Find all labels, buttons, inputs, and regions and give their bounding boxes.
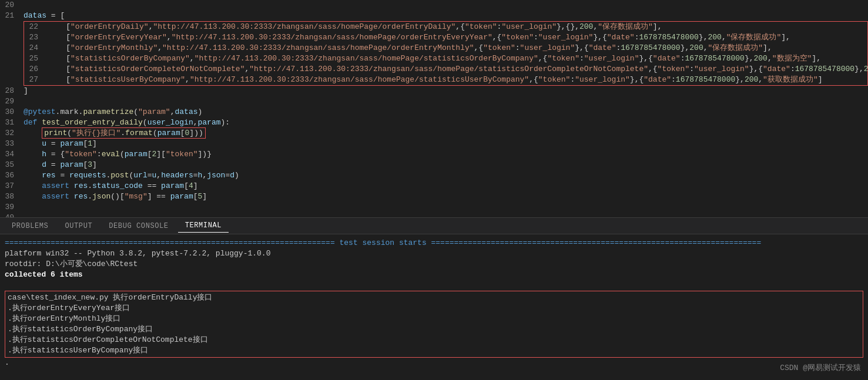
code-line-36: 36 res = requests.post(url=u,headers=h,j… (0, 170, 868, 181)
terminal-final-dot: . (5, 358, 863, 368)
code-line-34: 34 h = {"token":eval(param[2]["token"])} (0, 149, 868, 160)
code-line-20: 20 (0, 0, 868, 11)
code-editor: 20 21 datas = [ 22 ["orderEntryDaily","h… (0, 0, 868, 217)
terminal-output-block: case\test_index_new.py 执行orderEntryDaily… (5, 291, 863, 358)
csdn-watermark: CSDN @网易测试开发猿 (780, 362, 861, 373)
code-line-32: 32 print("执行{}接口".format(param[0])) (0, 128, 868, 139)
code-line-30: 30 @pytest.mark.parametrize("param",data… (0, 107, 868, 117)
tab-output[interactable]: OUTPUT (58, 220, 99, 233)
terminal-collected: collected 6 items (5, 270, 863, 280)
terminal-output-line-1: case\test_index_new.py 执行orderEntryDaily… (8, 292, 860, 303)
code-line-37: 37 assert res.status_code == param[4] (0, 181, 868, 191)
code-line-33: 33 u = param[1] (0, 139, 868, 149)
terminal-line-2: rootdir: D:\小可爱\code\RCtest (5, 259, 863, 270)
code-line-23: 23 ["orderEntryEveryYear","http://47.113… (24, 32, 867, 43)
panel-tabs: PROBLEMS OUTPUT DEBUG CONSOLE TERMINAL (0, 218, 868, 234)
terminal-blank (5, 280, 863, 291)
code-line-21: 21 datas = [ (0, 11, 868, 21)
code-line-26: 26 ["statisticsOrderCompleteOrNotComplet… (24, 64, 867, 75)
terminal-output-line-2: .执行orderEntryEveryYear接口 (8, 303, 860, 314)
terminal-area[interactable]: ========================================… (0, 234, 868, 380)
bottom-panel: PROBLEMS OUTPUT DEBUG CONSOLE TERMINAL =… (0, 217, 868, 380)
code-line-25: 25 ["statisticsOrderByCompany","http://4… (24, 53, 867, 64)
code-line-27: 27 ["statisticsUserByCompany","http://47… (24, 75, 867, 85)
tab-terminal[interactable]: TERMINAL (178, 219, 229, 233)
terminal-output-line-5: .执行statisticsOrderCompleteOrNotComplete接… (8, 335, 860, 345)
datas-red-box: 22 ["orderEntryDaily","http://47.113.200… (24, 21, 868, 86)
code-lines: 20 21 datas = [ 22 ["orderEntryDaily","h… (0, 0, 868, 217)
code-line-24: 24 ["orderEntryMonthly","http://47.113.2… (24, 43, 867, 53)
code-line-40: 40 (0, 213, 868, 217)
terminal-separator: ========================================… (5, 238, 863, 248)
terminal-line-1: platform win32 -- Python 3.8.2, pytest-7… (5, 248, 863, 259)
tab-debug-console[interactable]: DEBUG CONSOLE (102, 220, 175, 233)
code-line-31: 31 def test_order_entry_daily(user_login… (0, 117, 868, 128)
terminal-output-line-4: .执行statisticsOrderByCompany接口 (8, 324, 860, 335)
code-line-39: 39 (0, 202, 868, 213)
code-line-28: 28 ] (0, 86, 868, 96)
tab-problems[interactable]: PROBLEMS (5, 220, 55, 233)
code-line-29: 29 (0, 96, 868, 107)
terminal-output-line-3: .执行orderEntryMonthly接口 (8, 314, 860, 324)
terminal-wrapper: ========================================… (0, 234, 868, 380)
code-line-38: 38 assert res.json()["msg"] == param[5] (0, 191, 868, 202)
code-line-22: 22 ["orderEntryDaily","http://47.113.200… (24, 22, 867, 32)
code-line-35: 35 d = param[3] (0, 160, 868, 170)
terminal-output-line-6: .执行statisticsUserByCompany接口 (8, 345, 860, 356)
